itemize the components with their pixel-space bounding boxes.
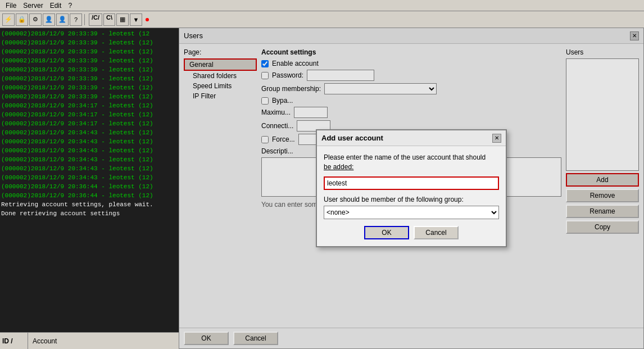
menu-help[interactable]: ? — [65, 1, 75, 11]
modal-description: Please enter the name of the user accoun… — [324, 153, 499, 172]
log-line: (000002)2018/12/9 20:33:39 - leotest (12… — [1, 74, 178, 83]
log-line: (000002)2018/12/9 20:34:43 - leotest (12… — [1, 155, 178, 164]
log-line: (000002)2018/12/9 20:33:39 - leotest (12… — [1, 65, 178, 74]
menu-edit[interactable]: Edit — [47, 1, 65, 11]
menu-server[interactable]: Server — [20, 1, 46, 11]
modal-buttons: OK Cancel — [324, 226, 499, 239]
modal-body: Please enter the name of the user accoun… — [317, 146, 506, 246]
toolbar-dropdown-btn[interactable]: ▼ — [130, 13, 142, 26]
modal-group-label: User should be member of the following g… — [324, 196, 499, 203]
toolbar-btn-lock[interactable]: 🔒 — [16, 13, 28, 26]
log-status-line: Retrieving account settings, please wait… — [1, 200, 178, 209]
modal-group-select[interactable]: <none> — [324, 206, 499, 219]
log-line: (000002)2018/12/9 20:34:43 - leotest (12… — [1, 173, 178, 182]
toolbar-btn-question[interactable]: ? — [70, 13, 82, 26]
status-id: ID / — [0, 333, 28, 349]
menubar: File Server Edit ? — [0, 0, 644, 11]
log-line: (000002)2018/12/9 20:33:39 - leotest (12… — [1, 56, 178, 65]
toolbar-path-c-slash[interactable]: /C/ — [89, 13, 102, 26]
toolbar-grid-btn[interactable]: ▦ — [116, 13, 129, 26]
log-line: (000002)2018/12/9 20:36:44 - leotest (12… — [1, 191, 178, 200]
toolbar-btn-user2[interactable]: 👤 — [56, 13, 69, 26]
log-line: (000002)2018/12/9 20:34:43 - leotest (12… — [1, 146, 178, 155]
log-line: (000002)2018/12/9 20:33:39 - leotest (12… — [1, 47, 178, 56]
toolbar-path-c-backslash[interactable]: C\ — [103, 13, 115, 26]
modal-close-button[interactable]: ✕ — [492, 134, 501, 143]
log-line: (000002)2018/12/9 20:34:17 - leotest (12… — [1, 119, 178, 128]
toolbar-btn-gear1[interactable]: ⚙ — [29, 13, 42, 26]
log-line: (000002)2018/12/9 20:34:43 - leotest (12… — [1, 128, 178, 137]
users-dialog: Users ✕ Page: General Shared folders Spe… — [179, 28, 644, 349]
toolbar-btn-lightning[interactable]: ⚡ — [2, 13, 15, 26]
modal-overlay: Add user account ✕ Please enter the name… — [179, 28, 643, 348]
modal-titlebar: Add user account ✕ — [317, 130, 506, 146]
modal-title: Add user account — [321, 134, 383, 142]
modal-cancel-button[interactable]: Cancel — [414, 226, 459, 239]
toolbar-btn-user1[interactable]: 👤 — [43, 13, 55, 26]
log-line: (000002)2018/12/9 20:34:17 - leotest (12… — [1, 110, 178, 119]
log-line: (000002)2018/12/9 20:33:39 - leotest (12… — [1, 83, 178, 92]
toolbar-separator — [84, 14, 87, 25]
log-line: (000002)2018/12/9 20:34:43 - leotest (12… — [1, 137, 178, 146]
log-line: (000002)2018/12/9 20:34:43 - leotest (12… — [1, 164, 178, 173]
log-done-line: Done retrieving account settings — [1, 209, 178, 218]
menu-file[interactable]: File — [2, 1, 20, 11]
log-line: (000002)2018/12/9 20:33:39 - leotest (12… — [1, 92, 178, 101]
toolbar: ⚡ 🔒 ⚙ 👤 👤 ? /C/ C\ ▦ ▼ — [0, 11, 644, 28]
modal-desc-line1: Please enter the name of the user accoun… — [324, 153, 486, 161]
modal-ok-button[interactable]: OK — [364, 226, 409, 239]
log-line: (000002)2018/12/9 20:34:17 - leotest (12… — [1, 101, 178, 110]
log-line: (000002)2018/12/9 20:36:44 - leotest (12… — [1, 182, 178, 191]
log-line: (000002)2018/12/9 20:33:39 - leotest (12… — [1, 38, 178, 47]
main-area: (000002)2018/12/9 20:33:39 - leotest (12… — [0, 28, 644, 349]
username-input[interactable] — [324, 176, 499, 190]
modal-desc-line2: be added: — [324, 163, 353, 171]
status-account: Account — [28, 337, 61, 345]
log-panel: (000002)2018/12/9 20:33:39 - leotest (12… — [0, 28, 179, 332]
status-dot-red — [146, 18, 149, 21]
add-user-modal: Add user account ✕ Please enter the name… — [316, 129, 507, 247]
log-line: (000002)2018/12/9 20:33:39 - leotest (12 — [1, 29, 178, 38]
toolbar-path: /C/ C\ ▦ ▼ — [89, 13, 142, 26]
